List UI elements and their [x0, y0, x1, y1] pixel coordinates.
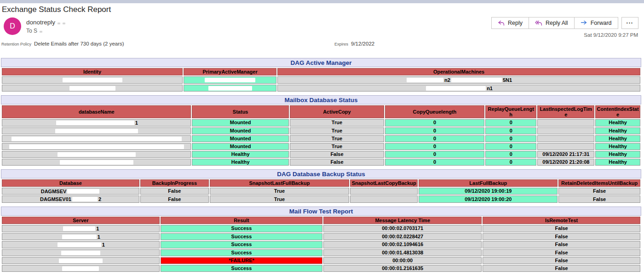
cell: 0 — [385, 135, 484, 142]
column-header: ContentIndexState — [595, 105, 640, 118]
cell: 09/12/2020 19:00:19 — [419, 188, 558, 195]
sender-avatar[interactable]: D — [4, 17, 21, 35]
redaction-blob — [407, 78, 443, 82]
sender-name[interactable]: donotreply — [26, 19, 65, 26]
report-body: DAG Active ManagerIdentityPrimaryActiveM… — [1, 58, 641, 273]
cell: Success — [161, 241, 322, 248]
column-header: ActiveCopy — [290, 105, 384, 118]
table-row: HealthyFalse0009/12/2020 21:17:31Healthy — [2, 151, 640, 158]
redaction-blob — [63, 78, 122, 82]
redacted-cell — [2, 151, 191, 158]
redaction-blob — [69, 86, 115, 91]
redacted-cell: DAGMSEV — [2, 188, 139, 195]
redaction-blob — [58, 242, 101, 247]
table-row: MountedTrue00Healthy — [2, 143, 640, 150]
cell: 09/12/2020 21:20:08 — [537, 159, 594, 166]
column-header: SnapshotLastCopyBackup — [350, 179, 418, 187]
mail-flow-test-report-table: ServerResultMessage Latency TimeIsRemote… — [1, 216, 641, 273]
reply-all-label: Reply All — [546, 20, 568, 26]
cell: False — [558, 188, 640, 195]
retention-label: Retention Policy — [1, 42, 31, 46]
cell: False — [483, 257, 640, 264]
header-row: IdentityPrimaryActiveManagerOperationalM… — [2, 68, 640, 75]
cell: 0 — [385, 143, 484, 150]
cell: 0 — [385, 127, 484, 134]
email-subject: Exchange Status Check Report — [2, 5, 111, 14]
cell: True — [290, 127, 384, 134]
cell: False — [140, 188, 209, 195]
table-row: MountedTrue00Healthy — [2, 135, 640, 142]
redaction-blob — [12, 137, 182, 141]
cell: Healthy — [595, 119, 640, 126]
column-header: SnapshotLastFullBackup — [210, 179, 349, 187]
cell: 0 — [385, 159, 484, 166]
cell: False — [483, 233, 640, 241]
cell: 0 — [385, 119, 484, 126]
table-row: Success00:00:01.2161635False — [2, 265, 640, 272]
cell: False — [290, 159, 384, 166]
forward-icon — [581, 20, 587, 26]
sender-redaction — [63, 23, 65, 24]
cell: Healthy — [192, 151, 289, 158]
cell: Healthy — [595, 135, 640, 142]
redacted-cell — [2, 265, 160, 272]
redaction-blob — [58, 152, 136, 157]
cell: 0 — [385, 151, 484, 158]
redaction-blob — [59, 259, 103, 263]
redacted-cell — [2, 249, 160, 256]
column-header: Result — [161, 217, 322, 224]
redacted-cell — [2, 76, 183, 84]
cell: Success — [161, 265, 322, 272]
recipient-line[interactable]: To S — [26, 28, 42, 34]
column-header: Server — [2, 217, 160, 224]
reply-label: Reply — [508, 20, 523, 26]
cell: Healthy — [595, 143, 640, 150]
column-header: Identity — [2, 68, 183, 75]
redaction-blob — [9, 144, 184, 149]
reply-button[interactable]: Reply — [491, 17, 529, 29]
redacted-cell — [2, 257, 160, 264]
redaction-blob — [426, 86, 486, 91]
cell: Mounted — [192, 127, 289, 134]
expires-label: Expires — [334, 42, 348, 46]
mailbox-database-status-table: databaseNameStatusActiveCopyCopyQueuelen… — [1, 104, 641, 167]
table-row: n25N1 — [2, 76, 640, 84]
column-header: LastFullBackup — [419, 179, 558, 187]
redacted-cell: 1 — [2, 233, 160, 241]
forward-button[interactable]: Forward — [574, 17, 618, 29]
more-actions-button[interactable]: ··· — [621, 17, 639, 29]
cell — [350, 196, 418, 203]
column-header: CopyQueuelength — [385, 105, 484, 118]
reply-all-button[interactable]: Reply All — [529, 17, 575, 29]
redacted-cell — [2, 85, 183, 92]
section-title-dag-database-backup-status: DAG Database Backup Status — [1, 169, 641, 178]
section-title-mail-flow-test-report: Mail Flow Test Report — [1, 207, 641, 216]
cell: 00:00:02.1094616 — [323, 241, 482, 248]
header-row: databaseNameStatusActiveCopyCopyQueuelen… — [2, 105, 640, 118]
column-header: LastInspectedLogTime — [537, 105, 594, 118]
recipient-redaction — [40, 31, 42, 33]
cell: False — [483, 265, 640, 272]
cell — [537, 127, 594, 134]
cell: True — [290, 119, 384, 126]
cell: *FAILURE* — [161, 257, 322, 264]
cell: Mounted — [192, 135, 289, 142]
cell: Healthy — [595, 151, 640, 158]
cell: 00:00:02.0703171 — [323, 225, 482, 232]
sender-redaction — [58, 23, 60, 24]
cell: True — [210, 188, 349, 195]
cell — [537, 135, 594, 142]
table-row: DAGMSEV012FalseTrue09/12/2020 19:00:20Fa… — [2, 196, 640, 203]
retention-policy: Retention Policy Delete Emails after 730… — [1, 41, 124, 46]
redaction-blob — [205, 78, 255, 82]
cell: Mounted — [192, 119, 289, 126]
redaction-blob — [67, 189, 99, 194]
cell: Success — [161, 233, 322, 241]
table-row: Success00:00:01.4813038False — [2, 249, 640, 256]
redaction-blob — [208, 86, 252, 91]
window-top-bar — [0, 0, 644, 3]
redacted-cell — [2, 127, 191, 134]
header-row: DatabaseBackupInProgressSnapshotLastFull… — [2, 179, 640, 187]
cell: False — [140, 196, 209, 203]
table-row: 1Success00:00:02.0703171False — [2, 225, 640, 232]
